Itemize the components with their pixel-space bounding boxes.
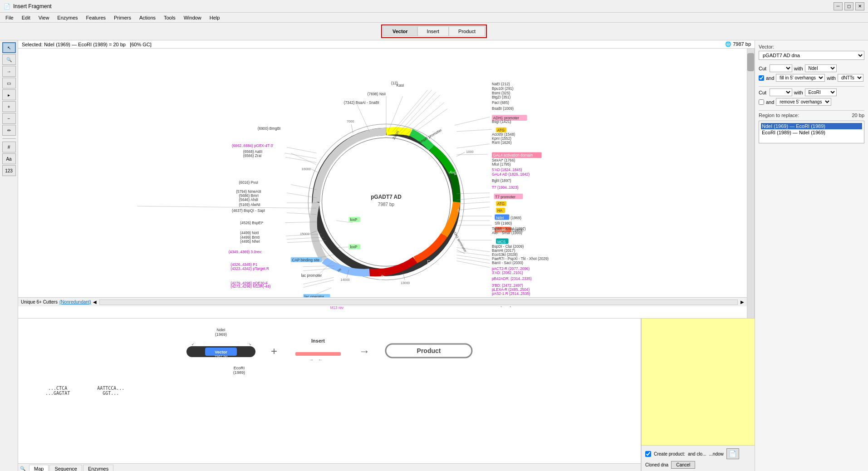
nonredundant-link[interactable]: (Nonredundant) [59,299,91,304]
scroll-bar-right[interactable] [747,49,754,318]
svg-text:NaEI (212): NaEI (212) [492,82,510,86]
svg-text:(4637) BspQI - SapI: (4637) BspQI - SapI [232,209,265,213]
cut1-row2: and fill in 5' overhangs with dNTTs [759,74,864,82]
cut1-type-select[interactable] [770,64,792,72]
svg-line-66 [394,90,432,132]
cut2-row1: Cut with EcoRI [759,88,864,96]
svg-text:SexAI* (1766): SexAI* (1766) [492,158,515,162]
menu-view[interactable]: View [35,14,53,21]
create-product-label: Create product: [654,451,685,456]
svg-text:T7 (1904..1923): T7 (1904..1923) [492,186,519,190]
cut1-and-checkbox[interactable] [759,75,764,81]
cut1-section: Cut with NdeI and fill in 5' overhangs w… [759,64,864,82]
region-size: 20 bp [852,113,864,118]
menu-edit[interactable]: Edit [18,14,34,21]
cut2-remove-select[interactable]: remove 5' overhangs [776,98,831,106]
cut1-dntt-select[interactable]: dNTTs [838,74,863,82]
menu-tools[interactable]: Tools [160,14,179,21]
svg-text:←: ← [318,357,323,362]
toolbar-pencil-btn[interactable]: ✏ [2,125,16,136]
region-box[interactable]: NdeI (1969) — EcoRI (1989) EcoRI (1989) … [759,121,864,143]
svg-text:BsgI (1421): BsgI (1421) [492,120,511,124]
close-btn[interactable]: ✕ [855,2,864,10]
create-product-btn[interactable]: 📄 [726,448,739,459]
cut1-label: Cut [759,66,768,71]
svg-line-59 [303,277,334,284]
unique-cutters-label: Unique 6+ Cutters [21,299,58,304]
region-item-1[interactable]: EcoRI (1989) — NdeI (1969) [761,129,862,136]
svg-text:(6900) BmgBI: (6900) BmgBI [258,127,281,131]
cut2-type-select[interactable] [770,88,792,96]
toolbar-select-btn[interactable]: ↖ [2,42,16,53]
tab-map[interactable]: Map [29,465,49,471]
tab-product[interactable]: Product [449,26,485,36]
title-bar: 📄 Insert Fragment ─ ◻ ✕ [0,0,868,13]
menu-window[interactable]: Window [180,14,205,21]
toolbar-plus-btn[interactable]: + [2,101,16,112]
tab-vector[interactable]: Vector [383,26,417,36]
product-svg: Product [383,337,474,364]
svg-text:Product: Product [417,347,441,354]
toolbar-num-btn[interactable]: # [2,142,16,152]
unique-cutters-bar: Unique 6+ Cutters (Nonredundant) ◀ ▶ [18,297,747,306]
vector-svg: Vector 7967 bp ↙ ↘ [185,338,257,365]
tab-sequence[interactable]: Sequence [49,465,82,471]
sequence-display: ...CTCA ...GAGTAT AATTCCA... GGT... [18,386,641,396]
region-item-0[interactable]: NdeI (1969) — EcoRI (1989) [761,123,862,129]
map-svg: 2u ori AmpR promoter AmpR SV40 NLS ADH1 … [18,49,754,318]
cut1-and: and [766,75,774,81]
right-panel: Vector: pGADT7 AD dna Cut with NdeI and [755,40,868,471]
tab-enzymes[interactable]: Enzymes [83,465,113,471]
toolbar-aa-btn[interactable]: Aa [2,153,16,164]
seq-bottom-right: GGT... [97,391,124,396]
svg-line-158 [285,157,317,162]
svg-text:T7 promoter: T7 promoter [495,195,515,199]
seq-top-right: AATTCCA... [97,386,124,391]
svg-text:loxP: loxP [350,245,358,249]
create-product-checkbox[interactable] [645,451,651,457]
menu-actions[interactable]: Actions [136,14,159,21]
svg-text:ATG: ATG [497,128,505,132]
cut2-enzyme-select[interactable]: EcoRI [805,88,837,96]
svg-text:M13 rev: M13 rev [330,306,344,310]
menu-features[interactable]: Features [83,14,109,21]
vector-dropdown[interactable]: pGADT7 AD dna [759,51,864,60]
toolbar-feature-btn[interactable]: ▭ [2,78,16,88]
svg-text:(7342) BsaAI - SnaBI: (7342) BsaAI - SnaBI [344,101,379,105]
svg-text:loxP: loxP [350,218,358,222]
svg-text:Bpu10I (291): Bpu10I (291) [492,87,514,91]
svg-text:SfiI (1980): SfiI (1980) [495,221,512,226]
cut2-and-checkbox[interactable] [759,99,764,105]
cancel-btn[interactable]: Cancel [671,461,695,469]
cut1-fill-select[interactable]: fill in 5' overhangs [776,74,825,82]
svg-text:↙: ↙ [191,342,195,346]
toolbar-arrow-btn[interactable]: → [2,66,16,77]
svg-text:(4526) BspEI*: (4526) BspEI* [240,221,264,225]
toolbar-123-btn[interactable]: 123 [2,165,16,176]
toolbar-zoom-btn[interactable]: 🔍 [2,54,16,65]
toolbar-primer-btn[interactable]: ▸ [2,89,16,100]
svg-text:CAP binding site: CAP binding site [292,258,320,262]
main-layout: ↖ 🔍 → ▭ ▸ + − ✏ # Aa 123 Selected: NdeI … [0,40,868,471]
svg-text:BspDI - ClaI (2009): BspDI - ClaI (2009) [492,245,524,249]
map-area[interactable]: 2u ori AmpR promoter AmpR SV40 NLS ADH1 … [18,49,755,318]
svg-text:(4273..4296) M13R(-48): (4273..4296) M13R(-48) [230,285,270,289]
svg-text:(1969): (1969) [510,216,521,220]
title-bar-left: 📄 Insert Fragment [4,3,52,10]
svg-line-64 [388,96,403,132]
create-product-area: Create product: and clo... ...ndow 📄 Clo… [642,445,755,471]
svg-text:pGADT7 AD: pGADT7 AD [371,194,402,200]
menu-enzymes[interactable]: Enzymes [54,14,81,21]
menu-file[interactable]: File [2,14,17,21]
menu-primers[interactable]: Primers [110,14,135,21]
tab-insert[interactable]: Insert [417,26,449,36]
menu-help[interactable]: Help [206,14,224,21]
toolbar-minus-btn[interactable]: − [2,113,16,124]
minimize-btn[interactable]: ─ [834,2,843,10]
svg-text:Vector: Vector [215,350,227,354]
svg-text:BglII (1897): BglII (1897) [492,179,511,183]
divider2 [759,110,864,111]
cut1-enzyme-select[interactable]: NdeI [805,64,837,72]
restore-btn[interactable]: ◻ [844,2,853,10]
svg-text:KpnI (1552): KpnI (1552) [492,137,511,141]
